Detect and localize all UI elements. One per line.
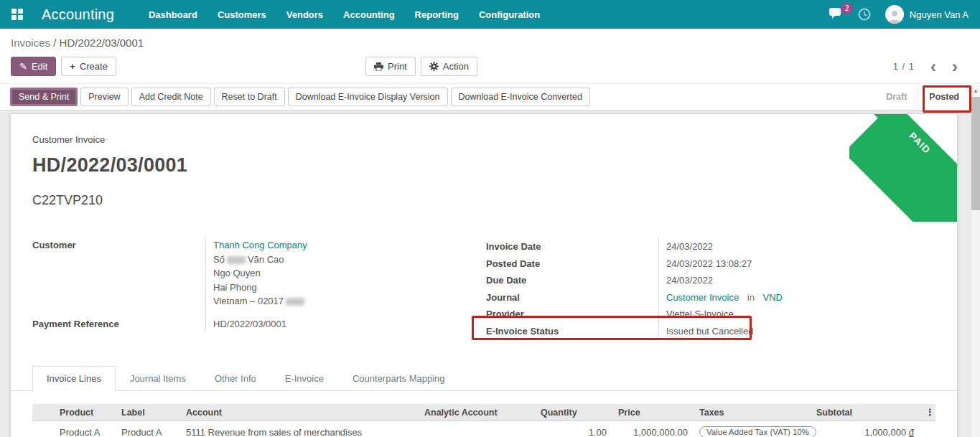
app-name[interactable]: Accounting [42,6,114,23]
notebook-tabs: Invoice Lines Journal Items Other Info E… [11,365,957,391]
menu-vendors[interactable]: Vendors [286,9,323,20]
document-type-label: Customer Invoice [32,134,935,145]
printer-icon [374,62,383,71]
invoice-date-value: 24/03/2022 [658,238,935,255]
customer-address-line4: Hai Phong [213,281,486,295]
invoice-sheet: PAID Customer Invoice HD/2022/03/0001 C2… [10,113,958,437]
menu-customers[interactable]: Customers [218,9,266,20]
status-widget: Draft Posted [875,84,970,110]
optional-columns-kebab-icon[interactable]: ⋮ [925,407,935,418]
header-taxes[interactable]: Taxes [694,404,811,421]
download-einvoice-converted-button[interactable]: Download E-Invoice Converted [451,88,590,106]
cell-quantity: 1.00 [535,421,612,437]
page: Accounting Dashboard Customers Vendors A… [0,0,980,437]
row-handle-cell[interactable] [32,421,54,437]
breadcrumb-current: HD/2022/03/0001 [60,37,144,49]
menu-dashboard[interactable]: Dashboard [149,9,197,20]
create-button[interactable]: + Create [61,57,116,76]
invoice-date-label: Invoice Date [486,238,658,255]
header-label[interactable]: Label [116,404,180,421]
header-price[interactable]: Price [612,404,694,421]
handle-column-header [32,404,54,421]
einvoice-status-value: Issued but Cancelled [658,323,935,340]
state-posted[interactable]: Posted [918,84,970,110]
pager: 1 / 1 ‹ › [893,60,958,74]
scrollbar-thumb[interactable] [971,97,980,210]
print-button[interactable]: Print [365,57,416,76]
journal-currency-link[interactable]: VND [763,292,783,303]
header-subtotal[interactable]: Subtotal [811,404,920,421]
center-buttons: Print Action [365,57,477,76]
scrollbar-up-arrow-icon[interactable]: ▲ [971,85,980,96]
pager-next-icon[interactable]: › [952,60,958,74]
field-groups: Customer Thanh Cong Company SốVăn Cao Ng… [32,238,935,339]
breadcrumb: Invoices / HD/2022/03/0001 [11,37,969,49]
header-quantity[interactable]: Quantity [535,404,612,421]
state-draft[interactable]: Draft [875,84,918,110]
breadcrumb-invoices[interactable]: Invoices [11,37,50,49]
header-account[interactable]: Account [180,404,419,421]
invoice-lines-table: Product Label Account Analytic Account Q… [32,404,935,437]
tab-journal-items[interactable]: Journal Items [116,366,200,391]
plus-icon: + [70,61,75,72]
journal-link[interactable]: Customer Invoice [666,292,739,303]
customer-label: Customer [32,238,205,317]
tab-other-info[interactable]: Other Info [200,366,271,391]
tab-counterparts-mapping[interactable]: Counterparts Mapping [338,366,459,391]
user-name: Nguyen Van A [910,9,969,20]
header-analytic-account[interactable]: Analytic Account [419,404,535,421]
statusbar: Send & Print Preview Add Credit Note Res… [0,83,980,111]
due-date-label: Due Date [486,272,658,289]
currency-symbol: đ [909,427,914,437]
navbar-right: 2 Nguyen Van A [829,5,969,24]
activities-clock-icon[interactable] [858,8,871,21]
cell-account: 5111 Revenue from sales of merchandises [180,421,419,437]
navbar: Accounting Dashboard Customers Vendors A… [0,0,980,29]
menu-accounting[interactable]: Accounting [343,9,395,20]
pager-count: 1 / 1 [893,61,915,72]
invoice-number-title: HD/2022/03/0001 [32,154,935,177]
edit-button[interactable]: ✎ Edit [11,57,56,76]
messages-badge: 2 [841,3,853,14]
posted-date-label: Posted Date [486,255,658,273]
einvoice-status-label: E-Invoice Status [486,323,658,340]
journal-label: Journal [486,289,658,306]
posted-date-value: 24/03/2022 13:08:27 [658,255,935,273]
menu-reporting[interactable]: Reporting [415,9,459,20]
pager-previous-icon[interactable]: ‹ [930,60,936,74]
apps-menu-icon[interactable] [11,9,23,20]
provider-value: Viettel S-Invoice [658,306,935,323]
left-field-group: Customer Thanh Cong Company SốVăn Cao Ng… [32,238,486,339]
action-button[interactable]: Action [421,57,477,76]
redacted-zip-segment [286,298,304,306]
provider-label: Provider [486,306,658,323]
customer-value: Thanh Cong Company SốVăn Cao Ngo Quyen H… [205,238,486,317]
customer-name-link[interactable]: Thanh Cong Company [213,240,307,250]
control-panel-buttons: ✎ Edit + Create Print [11,56,969,77]
preview-button[interactable]: Preview [80,88,128,106]
user-menu[interactable]: Nguyen Van A [885,5,969,24]
messages-icon[interactable]: 2 [829,8,844,22]
payment-reference-label: Payment Reference [32,317,205,332]
reset-to-draft-button[interactable]: Reset to Draft [214,88,285,106]
redacted-address-segment [227,256,246,264]
download-einvoice-display-button[interactable]: Download E-Invoice Display Version [288,88,448,106]
menu-configuration[interactable]: Configuration [479,9,540,20]
cell-label: Product A [116,421,180,437]
cell-product: Product A [54,421,116,437]
tab-e-invoice[interactable]: E-Invoice [271,366,338,391]
journal-value: Customer Invoice in VND [658,289,935,306]
due-date-value: 24/03/2022 [658,272,935,289]
invoice-reference-subtitle: C22TVP210 [32,193,935,208]
tab-invoice-lines[interactable]: Invoice Lines [32,366,116,391]
cell-taxes: Value Added Tax (VAT) 10% [694,421,811,437]
send-and-print-button[interactable]: Send & Print [10,88,78,106]
table-row[interactable]: Product A Product A 5111 Revenue from sa… [32,421,935,437]
header-product[interactable]: Product [54,404,116,421]
table-header-row: Product Label Account Analytic Account Q… [32,404,935,421]
cell-price: 1,000,000.00 [612,421,694,437]
tax-pill[interactable]: Value Added Tax (VAT) 10% [699,426,816,437]
customer-address-line3: Ngo Quyen [213,266,486,281]
add-credit-note-button[interactable]: Add Credit Note [131,88,211,106]
vertical-scrollbar[interactable]: ▲ [971,85,980,437]
